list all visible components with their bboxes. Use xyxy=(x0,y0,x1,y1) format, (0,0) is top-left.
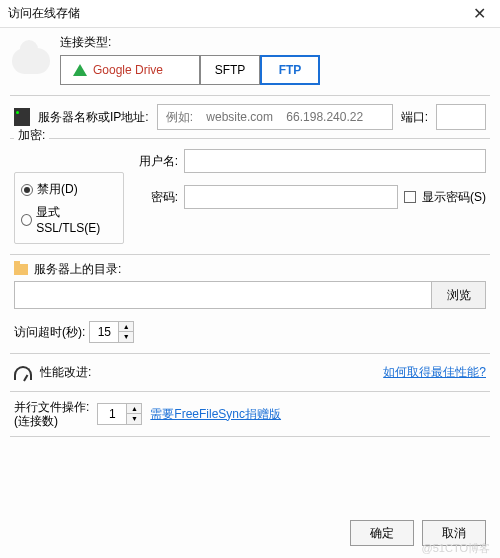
connection-type-label: 连接类型: xyxy=(60,34,320,51)
google-drive-icon xyxy=(73,64,87,76)
server-row: 服务器名称或IP地址: 端口: xyxy=(0,96,500,138)
title-bar: 访问在线存储 ✕ xyxy=(0,0,500,28)
username-label: 用户名: xyxy=(134,153,178,170)
performance-row: 性能改进: 如何取得最佳性能? xyxy=(0,354,500,391)
ok-button[interactable]: 确定 xyxy=(350,520,414,546)
spinner-up-icon[interactable]: ▲ xyxy=(127,404,141,414)
timeout-label: 访问超时(秒): xyxy=(14,324,85,341)
tab-ftp[interactable]: FTP xyxy=(260,55,320,85)
spinner-down-icon[interactable]: ▼ xyxy=(127,414,141,424)
tab-google-drive[interactable]: Google Drive xyxy=(60,55,200,85)
parallel-row: 并行文件操作: (连接数) ▲ ▼ 需要FreeFileSync捐赠版 xyxy=(0,392,500,436)
timeout-input[interactable] xyxy=(90,322,118,342)
directory-label: 服务器上的目录: xyxy=(34,261,121,278)
directory-input[interactable] xyxy=(15,282,431,308)
connection-tabs: Google Drive SFTP FTP xyxy=(60,55,320,85)
performance-link[interactable]: 如何取得最佳性能? xyxy=(383,364,486,381)
server-label: 服务器名称或IP地址: xyxy=(38,109,149,126)
radio-ssl[interactable]: 显式SSL/TLS(E) xyxy=(21,204,117,235)
tab-sftp[interactable]: SFTP xyxy=(200,55,260,85)
parallel-spinner[interactable]: ▲ ▼ xyxy=(97,403,142,425)
show-password-checkbox[interactable] xyxy=(404,191,416,203)
watermark: @51CTO博客 xyxy=(422,541,490,556)
show-password-label: 显示密码(S) xyxy=(422,189,486,206)
divider xyxy=(10,436,490,437)
username-input[interactable] xyxy=(184,149,486,173)
credentials-column: 用户名: 密码: 显示密码(S) xyxy=(134,145,486,244)
parallel-input[interactable] xyxy=(98,404,126,424)
browse-button[interactable]: 浏览 xyxy=(431,282,485,308)
close-icon[interactable]: ✕ xyxy=(467,4,492,23)
radio-icon xyxy=(21,184,33,196)
radio-icon xyxy=(21,214,32,226)
radio-disabled[interactable]: 禁用(D) xyxy=(21,181,117,198)
port-input[interactable] xyxy=(436,104,486,130)
encryption-title: 加密: xyxy=(14,127,49,144)
parallel-label: 并行文件操作: (连接数) xyxy=(14,400,89,428)
spinner-down-icon[interactable]: ▼ xyxy=(119,332,133,342)
credentials-section: 加密: 禁用(D) 显式SSL/TLS(E) 用户名: 密码: 显示密码(S) xyxy=(0,139,500,254)
server-input[interactable] xyxy=(157,104,393,130)
performance-label: 性能改进: xyxy=(40,364,91,381)
folder-icon xyxy=(14,264,28,275)
directory-section: 服务器上的目录: 浏览 xyxy=(0,255,500,317)
donation-link[interactable]: 需要FreeFileSync捐赠版 xyxy=(150,406,281,423)
port-label: 端口: xyxy=(401,109,428,126)
timeout-spinner[interactable]: ▲ ▼ xyxy=(89,321,134,343)
encryption-group: 禁用(D) 显式SSL/TLS(E) xyxy=(14,172,124,244)
window-title: 访问在线存储 xyxy=(8,5,80,22)
gauge-icon xyxy=(14,366,32,380)
encryption-wrap: 加密: 禁用(D) 显式SSL/TLS(E) xyxy=(14,145,124,244)
connection-section: 连接类型: Google Drive SFTP FTP xyxy=(0,28,500,95)
password-input[interactable] xyxy=(184,185,398,209)
password-label: 密码: xyxy=(134,189,178,206)
timeout-row: 访问超时(秒): ▲ ▼ xyxy=(0,317,500,353)
spinner-up-icon[interactable]: ▲ xyxy=(119,322,133,332)
server-icon xyxy=(14,108,30,126)
cloud-icon xyxy=(12,48,50,74)
directory-box: 浏览 xyxy=(14,281,486,309)
